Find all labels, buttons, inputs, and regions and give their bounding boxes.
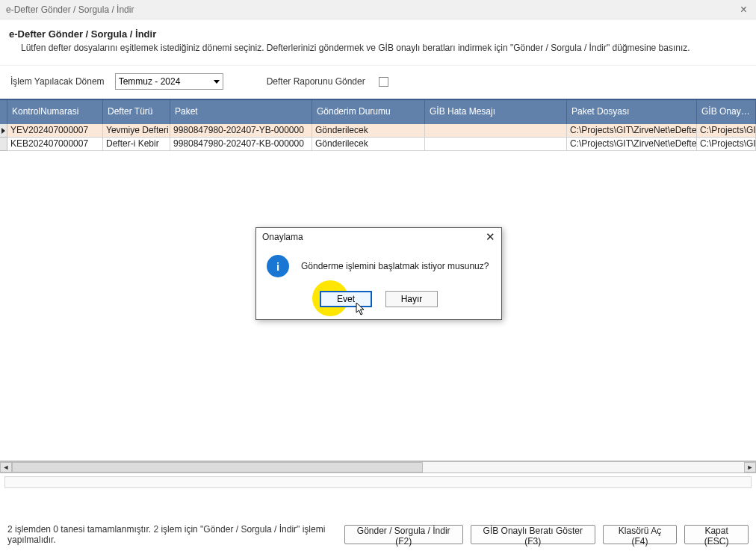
confirm-dialog: Onaylama ✕ i Gönderme işlemini başlatmak… (255, 227, 502, 320)
dialog-close-button[interactable]: ✕ (486, 230, 495, 244)
dialog-body: i Gönderme işlemini başlatmak istiyor mu… (256, 246, 501, 283)
dialog-title: Onaylama (262, 232, 303, 242)
modal-overlay: Onaylama ✕ i Gönderme işlemini başlatmak… (0, 0, 756, 551)
dialog-buttons: Evet Hayır (256, 283, 501, 319)
dialog-titlebar: Onaylama ✕ (256, 228, 501, 246)
no-button[interactable]: Hayır (385, 291, 438, 307)
info-icon: i (267, 255, 289, 277)
yes-button[interactable]: Evet (320, 291, 372, 307)
dialog-message: Gönderme işlemini başlatmak istiyor musu… (301, 261, 489, 271)
